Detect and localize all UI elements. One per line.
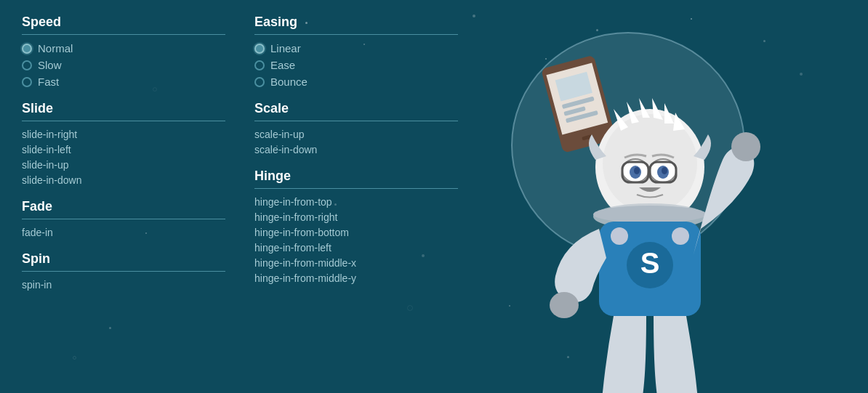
scale-in-down-link[interactable]: scale-in-down (254, 144, 458, 155)
easing-radio-ease[interactable]: Ease (254, 59, 458, 71)
hinge-in-from-bottom-link[interactable]: hinge-in-from-bottom (254, 227, 458, 238)
speed-title: Speed (22, 15, 225, 30)
hinge-in-from-middle-x-link[interactable]: hinge-in-from-middle-x (254, 257, 458, 269)
right-panel: Easing Linear Ease Bounce Scale scale-in… (254, 15, 458, 304)
easing-radio-linear[interactable]: Linear (254, 42, 458, 54)
easing-title: Easing (254, 15, 458, 30)
easing-ease-label: Ease (270, 59, 295, 71)
slide-in-left-link[interactable]: slide-in-left (22, 144, 225, 155)
svg-point-21 (634, 167, 640, 174)
easing-linear-label: Linear (270, 42, 301, 54)
svg-point-32 (550, 292, 579, 318)
slide-in-right-link[interactable]: slide-in-right (22, 129, 225, 140)
scale-in-up-link[interactable]: scale-in-up (254, 129, 458, 140)
easing-radio-bounce[interactable]: Bounce (254, 76, 458, 88)
easing-radio-bounce-input[interactable] (254, 77, 265, 87)
mascot-area: S (487, 15, 846, 304)
spin-section: Spin spin-in (22, 251, 225, 291)
hinge-in-from-middle-y-link[interactable]: hinge-in-from-middle-y (254, 272, 458, 284)
easing-radio-ease-input[interactable] (254, 60, 265, 70)
speed-radio-slow[interactable]: Slow (22, 59, 225, 71)
hinge-in-from-top-link[interactable]: hinge-in-from-top (254, 196, 458, 208)
slide-section: Slide slide-in-right slide-in-left slide… (22, 101, 225, 186)
slide-in-down-link[interactable]: slide-in-down (22, 174, 225, 186)
spin-title: Spin (22, 251, 225, 267)
speed-fast-label: Fast (38, 76, 59, 88)
speed-radio-normal-input[interactable] (22, 44, 32, 54)
speed-radio-fast[interactable]: Fast (22, 76, 225, 88)
scale-section: Scale scale-in-up scale-in-down (254, 101, 458, 155)
easing-radio-linear-input[interactable] (254, 44, 265, 54)
speed-slow-label: Slow (38, 59, 62, 71)
svg-point-22 (662, 167, 667, 174)
hinge-title: Hinge (254, 169, 458, 184)
speed-radio-normal[interactable]: Normal (22, 42, 225, 54)
svg-point-33 (731, 132, 760, 161)
hinge-in-from-right-link[interactable]: hinge-in-from-right (254, 211, 458, 223)
svg-text:S: S (640, 247, 660, 279)
speed-radio-slow-input[interactable] (22, 60, 32, 70)
fade-title: Fade (22, 199, 225, 214)
hinge-section: Hinge hinge-in-from-top hinge-in-from-ri… (254, 169, 458, 284)
fade-section: Fade fade-in (22, 199, 225, 238)
svg-point-30 (611, 227, 628, 245)
easing-section: Easing Linear Ease Bounce (254, 15, 458, 88)
speed-normal-label: Normal (38, 42, 73, 54)
mascot-illustration: S (446, 0, 868, 393)
scale-title: Scale (254, 101, 458, 116)
svg-point-31 (672, 227, 689, 245)
slide-in-up-link[interactable]: slide-in-up (22, 159, 225, 171)
speed-section: Speed Normal Slow Fast (22, 15, 225, 88)
speed-radio-fast-input[interactable] (22, 77, 32, 87)
slide-title: Slide (22, 101, 225, 116)
spin-in-link[interactable]: spin-in (22, 279, 225, 291)
left-panel: Speed Normal Slow Fast Slide slide-in-ri… (22, 15, 225, 304)
fade-in-link[interactable]: fade-in (22, 227, 225, 238)
easing-bounce-label: Bounce (270, 76, 308, 88)
svg-point-26 (593, 206, 707, 223)
hinge-in-from-left-link[interactable]: hinge-in-from-left (254, 242, 458, 254)
